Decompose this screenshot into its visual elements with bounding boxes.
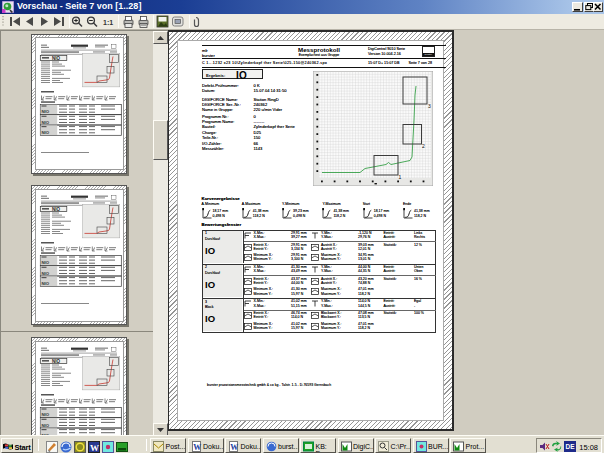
svg-text:2: 2 — [422, 143, 425, 149]
svg-text:NIO: NIO — [42, 281, 50, 286]
svg-text:NIO: NIO — [52, 359, 61, 364]
svg-text:3: 3 — [428, 103, 431, 109]
svg-text:NIO: NIO — [42, 130, 50, 135]
svg-text:NIO: NIO — [42, 119, 50, 124]
svg-text:W: W — [193, 443, 201, 452]
svg-text:NIO: NIO — [42, 271, 50, 276]
svg-text:NIO: NIO — [52, 55, 61, 60]
svg-text:NIO: NIO — [42, 260, 50, 265]
svg-text:NIO: NIO — [42, 423, 50, 428]
svg-text:NIO: NIO — [52, 207, 61, 212]
svg-text:1: 1 — [399, 174, 402, 180]
svg-text:NIO: NIO — [42, 412, 50, 417]
svg-text:1:1: 1:1 — [103, 19, 113, 26]
svg-text:W: W — [90, 443, 99, 453]
svg-text:NIO: NIO — [42, 109, 50, 114]
svg-text:W: W — [230, 443, 238, 452]
